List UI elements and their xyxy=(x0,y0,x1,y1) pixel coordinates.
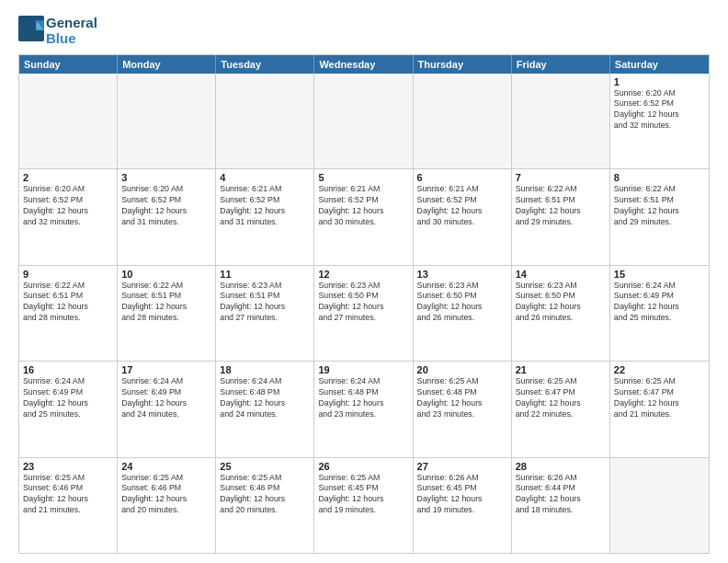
page: General Blue SundayMondayTuesdayWednesda… xyxy=(0,0,728,563)
day-number: 28 xyxy=(516,461,606,472)
weekday-header-monday: Monday xyxy=(118,55,216,74)
cal-cell xyxy=(118,74,216,169)
weekday-header-sunday: Sunday xyxy=(19,55,118,74)
cal-cell: 8Sunrise: 6:22 AM Sunset: 6:51 PM Daylig… xyxy=(610,169,709,265)
cell-info: Sunrise: 6:21 AM Sunset: 6:52 PM Dayligh… xyxy=(417,184,507,228)
cell-info: Sunrise: 6:23 AM Sunset: 6:50 PM Dayligh… xyxy=(417,281,507,325)
cell-info: Sunrise: 6:24 AM Sunset: 6:48 PM Dayligh… xyxy=(318,376,408,420)
cell-info: Sunrise: 6:22 AM Sunset: 6:51 PM Dayligh… xyxy=(23,281,113,325)
day-number: 24 xyxy=(121,461,211,472)
calendar-header: SundayMondayTuesdayWednesdayThursdayFrid… xyxy=(19,55,709,74)
cal-cell: 21Sunrise: 6:25 AM Sunset: 6:47 PM Dayli… xyxy=(512,362,610,457)
weekday-header-tuesday: Tuesday xyxy=(216,55,314,74)
cal-cell: 9Sunrise: 6:22 AM Sunset: 6:51 PM Daylig… xyxy=(19,266,118,362)
day-number: 16 xyxy=(23,364,113,375)
week-row-3: 16Sunrise: 6:24 AM Sunset: 6:49 PM Dayli… xyxy=(19,361,709,457)
cell-info: Sunrise: 6:25 AM Sunset: 6:46 PM Dayligh… xyxy=(121,473,211,517)
cell-info: Sunrise: 6:26 AM Sunset: 6:45 PM Dayligh… xyxy=(417,473,507,517)
cal-cell: 4Sunrise: 6:21 AM Sunset: 6:52 PM Daylig… xyxy=(216,169,314,265)
day-number: 21 xyxy=(516,364,606,375)
day-number: 6 xyxy=(417,172,507,183)
day-number: 9 xyxy=(23,269,113,280)
calendar: SundayMondayTuesdayWednesdayThursdayFrid… xyxy=(18,54,710,555)
cell-info: Sunrise: 6:20 AM Sunset: 6:52 PM Dayligh… xyxy=(614,88,705,132)
logo-text: General Blue xyxy=(46,15,97,47)
cal-cell: 10Sunrise: 6:22 AM Sunset: 6:51 PM Dayli… xyxy=(118,266,216,362)
cell-info: Sunrise: 6:22 AM Sunset: 6:51 PM Dayligh… xyxy=(516,184,606,228)
cell-info: Sunrise: 6:24 AM Sunset: 6:49 PM Dayligh… xyxy=(23,376,113,420)
day-number: 13 xyxy=(417,269,507,280)
calendar-body: 1Sunrise: 6:20 AM Sunset: 6:52 PM Daylig… xyxy=(19,74,709,554)
weekday-header-saturday: Saturday xyxy=(610,55,709,74)
day-number: 15 xyxy=(614,269,705,280)
cal-cell xyxy=(610,458,709,554)
cal-cell: 18Sunrise: 6:24 AM Sunset: 6:48 PM Dayli… xyxy=(216,362,314,457)
day-number: 3 xyxy=(121,172,211,183)
day-number: 10 xyxy=(121,269,211,280)
cell-info: Sunrise: 6:24 AM Sunset: 6:49 PM Dayligh… xyxy=(614,281,705,325)
cal-cell: 25Sunrise: 6:25 AM Sunset: 6:46 PM Dayli… xyxy=(216,458,314,554)
day-number: 8 xyxy=(614,172,705,183)
cal-cell: 26Sunrise: 6:25 AM Sunset: 6:45 PM Dayli… xyxy=(314,458,413,554)
day-number: 18 xyxy=(220,364,310,375)
week-row-2: 9Sunrise: 6:22 AM Sunset: 6:51 PM Daylig… xyxy=(19,265,709,362)
day-number: 4 xyxy=(220,172,310,183)
cal-cell: 24Sunrise: 6:25 AM Sunset: 6:46 PM Dayli… xyxy=(118,458,216,554)
day-number: 7 xyxy=(516,172,606,183)
cell-info: Sunrise: 6:23 AM Sunset: 6:51 PM Dayligh… xyxy=(220,281,310,325)
cal-cell: 20Sunrise: 6:25 AM Sunset: 6:48 PM Dayli… xyxy=(414,362,512,457)
week-row-1: 2Sunrise: 6:20 AM Sunset: 6:52 PM Daylig… xyxy=(19,168,709,265)
weekday-header-friday: Friday xyxy=(512,55,610,74)
cal-cell xyxy=(414,74,512,169)
cal-cell: 22Sunrise: 6:25 AM Sunset: 6:47 PM Dayli… xyxy=(610,362,709,457)
cell-info: Sunrise: 6:23 AM Sunset: 6:50 PM Dayligh… xyxy=(516,281,606,325)
cell-info: Sunrise: 6:25 AM Sunset: 6:47 PM Dayligh… xyxy=(516,376,606,420)
day-number: 27 xyxy=(417,461,507,472)
logo: General Blue xyxy=(18,15,97,47)
cal-cell xyxy=(512,74,610,169)
day-number: 22 xyxy=(614,364,705,375)
cell-info: Sunrise: 6:22 AM Sunset: 6:51 PM Dayligh… xyxy=(614,184,705,228)
cal-cell: 3Sunrise: 6:20 AM Sunset: 6:52 PM Daylig… xyxy=(118,169,216,265)
header: General Blue xyxy=(18,15,710,47)
cal-cell: 19Sunrise: 6:24 AM Sunset: 6:48 PM Dayli… xyxy=(314,362,413,457)
day-number: 25 xyxy=(220,461,310,472)
day-number: 26 xyxy=(318,461,408,472)
cal-cell: 12Sunrise: 6:23 AM Sunset: 6:50 PM Dayli… xyxy=(314,266,413,362)
cell-info: Sunrise: 6:25 AM Sunset: 6:45 PM Dayligh… xyxy=(318,473,408,517)
day-number: 1 xyxy=(614,76,705,87)
cal-cell: 6Sunrise: 6:21 AM Sunset: 6:52 PM Daylig… xyxy=(414,169,512,265)
cal-cell: 14Sunrise: 6:23 AM Sunset: 6:50 PM Dayli… xyxy=(512,266,610,362)
cell-info: Sunrise: 6:25 AM Sunset: 6:46 PM Dayligh… xyxy=(220,473,310,517)
weekday-header-wednesday: Wednesday xyxy=(314,55,413,74)
cal-cell xyxy=(314,74,413,169)
cell-info: Sunrise: 6:26 AM Sunset: 6:44 PM Dayligh… xyxy=(516,473,606,517)
cell-info: Sunrise: 6:24 AM Sunset: 6:48 PM Dayligh… xyxy=(220,376,310,420)
cal-cell: 13Sunrise: 6:23 AM Sunset: 6:50 PM Dayli… xyxy=(414,266,512,362)
week-row-4: 23Sunrise: 6:25 AM Sunset: 6:46 PM Dayli… xyxy=(19,457,709,554)
cal-cell xyxy=(216,74,314,169)
logo-icon xyxy=(18,16,44,41)
cal-cell: 27Sunrise: 6:26 AM Sunset: 6:45 PM Dayli… xyxy=(414,458,512,554)
day-number: 19 xyxy=(318,364,408,375)
week-row-0: 1Sunrise: 6:20 AM Sunset: 6:52 PM Daylig… xyxy=(19,74,709,169)
day-number: 23 xyxy=(23,461,113,472)
cell-info: Sunrise: 6:25 AM Sunset: 6:46 PM Dayligh… xyxy=(23,473,113,517)
cal-cell: 2Sunrise: 6:20 AM Sunset: 6:52 PM Daylig… xyxy=(19,169,118,265)
cal-cell xyxy=(19,74,118,169)
cell-info: Sunrise: 6:21 AM Sunset: 6:52 PM Dayligh… xyxy=(318,184,408,228)
day-number: 12 xyxy=(318,269,408,280)
cal-cell: 23Sunrise: 6:25 AM Sunset: 6:46 PM Dayli… xyxy=(19,458,118,554)
cell-info: Sunrise: 6:21 AM Sunset: 6:52 PM Dayligh… xyxy=(220,184,310,228)
cal-cell: 5Sunrise: 6:21 AM Sunset: 6:52 PM Daylig… xyxy=(314,169,413,265)
cal-cell: 15Sunrise: 6:24 AM Sunset: 6:49 PM Dayli… xyxy=(610,266,709,362)
weekday-header-thursday: Thursday xyxy=(414,55,512,74)
cal-cell: 28Sunrise: 6:26 AM Sunset: 6:44 PM Dayli… xyxy=(512,458,610,554)
cal-cell: 1Sunrise: 6:20 AM Sunset: 6:52 PM Daylig… xyxy=(610,74,709,169)
cell-info: Sunrise: 6:25 AM Sunset: 6:47 PM Dayligh… xyxy=(614,376,705,420)
cell-info: Sunrise: 6:20 AM Sunset: 6:52 PM Dayligh… xyxy=(23,184,113,228)
day-number: 14 xyxy=(516,269,606,280)
cell-info: Sunrise: 6:23 AM Sunset: 6:50 PM Dayligh… xyxy=(318,281,408,325)
cal-cell: 11Sunrise: 6:23 AM Sunset: 6:51 PM Dayli… xyxy=(216,266,314,362)
cell-info: Sunrise: 6:25 AM Sunset: 6:48 PM Dayligh… xyxy=(417,376,507,420)
